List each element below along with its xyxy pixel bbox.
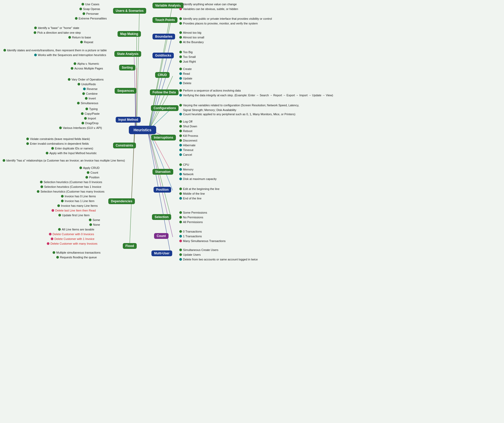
item-simultaneous: Simultaneous xyxy=(77,102,98,105)
item-count: Count xyxy=(87,171,98,174)
bullet-icon xyxy=(179,120,182,123)
item-timeout: Timeout xyxy=(179,148,193,152)
bullet-icon xyxy=(81,112,84,115)
item-variables-obvious: Variables can be obvious, subtle, or hid… xyxy=(179,7,238,11)
item-update: Update xyxy=(179,77,192,80)
item-none: None xyxy=(89,223,100,226)
node-interruptions: Interruptions xyxy=(151,135,176,140)
item-update-users: Update Users xyxy=(179,253,201,256)
item-delete-customer-0: Delete Customer with 0 Invoices xyxy=(49,233,94,236)
item-repeat: Repeat xyxy=(80,41,93,44)
node-touch: Touch Points xyxy=(152,17,177,23)
bullet-icon xyxy=(179,77,182,80)
svg-line-0 xyxy=(137,12,139,130)
item-some: Some xyxy=(89,218,100,221)
bullet-icon xyxy=(61,200,64,202)
bullet-icon xyxy=(85,108,88,110)
node-dependencies: Dependencies xyxy=(108,198,135,204)
node-starvation: Starvation xyxy=(152,169,173,175)
item-import: Import xyxy=(84,117,96,120)
bullet-icon xyxy=(179,82,182,84)
item-just-right: Just Right xyxy=(179,60,196,63)
bullet-icon xyxy=(57,204,60,207)
item-simultaneous-create: Simultaneous Create Users xyxy=(179,248,218,251)
item-delete-customer-many: Delete Customer with many Invoices xyxy=(47,242,98,245)
bullet-icon xyxy=(179,163,182,166)
bullet-icon xyxy=(85,97,88,100)
bullet-icon xyxy=(179,221,182,223)
item-works-sequences: Works with the Sequences and Interruptio… xyxy=(34,53,106,57)
item-enter-invalid: Enter invalid combinations in dependent … xyxy=(26,142,89,145)
bullet-icon xyxy=(59,127,62,129)
bullet-icon xyxy=(74,62,76,65)
bullet-icon xyxy=(40,181,43,183)
item-cpu: CPU xyxy=(179,163,189,166)
item-some-permissions: Some Permissions xyxy=(179,211,207,214)
item-requests-flooding: Requests flooding the queue xyxy=(56,256,97,259)
bullet-icon xyxy=(84,117,87,120)
node-state: State Analysis xyxy=(114,51,141,57)
item-extreme-personalities: Extreme Personalities xyxy=(75,17,107,20)
item-provides-places: Provides places to provoke, monitor, and… xyxy=(179,22,258,25)
node-sorting: Sorting xyxy=(119,65,135,70)
item-middle-line: Middle of the line xyxy=(179,192,205,195)
node-mapmaking: Map Making xyxy=(118,31,141,37)
item-across-pages: Across Multiple Pages xyxy=(71,67,103,70)
item-reboot: Reboot xyxy=(179,129,192,133)
item-identify-value-change: Identify anything whose value can change xyxy=(179,3,237,6)
bullet-icon xyxy=(179,235,182,238)
bullet-icon xyxy=(49,233,52,235)
node-crud: CRUD xyxy=(155,72,170,78)
item-too-small: Too Small xyxy=(179,55,196,58)
item-almost-too-small: Almost too small xyxy=(179,36,204,39)
item-delete-last-line: Delete last Line Item then Read xyxy=(52,209,96,212)
item-cancel: Cancel xyxy=(179,153,192,156)
bullet-icon xyxy=(89,223,92,226)
item-identify-base: Identify a "base" or "home" state xyxy=(34,26,79,29)
bullet-icon xyxy=(179,153,182,156)
bullet-icon xyxy=(83,88,86,90)
bullet-icon xyxy=(179,178,182,180)
item-pick-direction: Pick a direction and take one step xyxy=(34,31,81,34)
item-signal-strength: Signal Strength; Memory; Disk Availabili… xyxy=(183,108,236,112)
item-identify-states: Identify states and events/transitions, … xyxy=(3,49,107,52)
node-multiuser: Multi-User xyxy=(151,250,172,256)
bullet-icon xyxy=(53,251,55,254)
item-drag-drop: Drag/Drop xyxy=(82,122,99,125)
item-violate-constraints: Violate constraints (leave required fiel… xyxy=(26,137,90,140)
bullet-icon xyxy=(179,8,182,10)
bullet-icon xyxy=(68,36,71,39)
bullet-icon xyxy=(179,130,182,132)
bullet-icon xyxy=(75,17,78,20)
bullet-icon xyxy=(179,104,182,107)
bullet-icon xyxy=(52,209,54,212)
item-0-transactions: 0 Transactions xyxy=(179,230,202,233)
svg-line-20 xyxy=(148,131,173,237)
node-selection: Selection xyxy=(152,214,171,220)
node-users: Users & Scenarios xyxy=(113,8,146,14)
item-identify-interface: Identify any public or private interface… xyxy=(179,17,272,20)
item-end-line: End of the line xyxy=(179,197,201,200)
item-personae: Personae xyxy=(83,12,99,15)
bullet-icon xyxy=(89,219,91,221)
item-reverse: Reverse xyxy=(83,87,98,90)
item-perform-sequence: Perform a sequence of actions involving … xyxy=(179,89,241,92)
bullet-icon xyxy=(47,242,49,245)
bullet-icon xyxy=(26,138,29,140)
item-sel-1-invoice: Selection heuristics (Customer has 1 Inv… xyxy=(40,185,101,188)
bullet-icon xyxy=(40,185,43,188)
bullet-icon xyxy=(71,67,73,70)
item-log-off: Log Off xyxy=(179,120,192,123)
item-combine: Combine xyxy=(82,92,98,95)
svg-line-7 xyxy=(131,130,135,202)
item-identify-has-a: Identify "has a" relationships (a Custom… xyxy=(3,159,125,162)
bullet-icon xyxy=(179,249,182,251)
bullet-icon xyxy=(79,167,82,169)
bullet-icon xyxy=(179,89,182,92)
bullet-icon xyxy=(179,197,182,200)
svg-line-1 xyxy=(136,34,137,130)
svg-line-14 xyxy=(149,93,169,129)
node-follow: Follow the Data xyxy=(150,89,179,95)
item-various-interfaces: Various Interfaces (GUI v. API) xyxy=(59,126,102,129)
item-kill-process: Kill Process xyxy=(179,134,198,137)
